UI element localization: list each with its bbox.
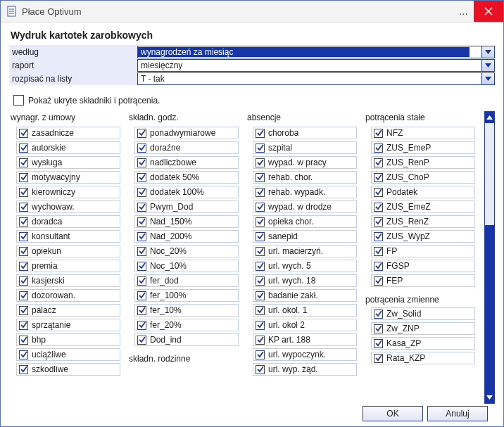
list-item: Pwym_Dod <box>134 200 239 213</box>
checkbox[interactable] <box>19 321 28 330</box>
checkbox[interactable] <box>374 144 383 153</box>
checkbox[interactable] <box>137 129 146 138</box>
checkbox[interactable] <box>19 173 28 182</box>
checkbox[interactable] <box>19 129 28 138</box>
checkbox[interactable] <box>137 203 146 212</box>
checkbox[interactable] <box>137 321 146 330</box>
checkbox[interactable] <box>256 306 265 315</box>
list-item-label: ZUS_EmeP <box>386 143 431 153</box>
checkbox[interactable] <box>137 158 146 167</box>
checkbox[interactable] <box>19 262 28 271</box>
checkbox[interactable] <box>19 158 28 167</box>
checkbox[interactable] <box>256 203 265 212</box>
checkbox[interactable] <box>374 262 383 271</box>
checkbox[interactable] <box>19 217 28 227</box>
vertical-scrollbar[interactable] <box>484 111 495 404</box>
checkbox[interactable] <box>256 336 265 345</box>
checkbox[interactable] <box>256 276 265 286</box>
checkbox[interactable] <box>256 144 265 153</box>
checkbox[interactable] <box>374 324 383 333</box>
checkbox[interactable] <box>374 339 383 348</box>
list-item: FP <box>371 245 475 257</box>
checkbox[interactable] <box>374 217 383 227</box>
checkbox[interactable] <box>256 365 265 374</box>
checkbox[interactable] <box>19 336 28 345</box>
chevron-down-icon[interactable] <box>481 60 494 71</box>
checkbox[interactable] <box>137 336 146 345</box>
ok-button[interactable]: OK <box>363 406 423 421</box>
checkbox[interactable] <box>19 365 28 374</box>
checkbox[interactable] <box>374 354 383 363</box>
list-item: kierowniczy <box>16 186 120 198</box>
checkbox[interactable] <box>374 247 383 256</box>
checkbox[interactable] <box>374 310 383 319</box>
checkbox[interactable] <box>256 291 265 300</box>
checkbox[interactable] <box>374 188 383 197</box>
checkbox[interactable] <box>137 217 146 227</box>
checkbox[interactable] <box>256 173 265 182</box>
window-menu-icon[interactable]: ... <box>453 6 474 16</box>
checkbox[interactable] <box>19 188 28 197</box>
checkbox[interactable] <box>137 262 146 271</box>
list-item-label: NFZ <box>386 128 403 138</box>
checkbox[interactable] <box>256 247 265 256</box>
checkbox[interactable] <box>137 306 146 315</box>
checkbox[interactable] <box>19 232 28 241</box>
chevron-down-icon[interactable] <box>481 46 494 58</box>
checkbox[interactable] <box>137 188 146 197</box>
list-item-label: url. okol 2 <box>268 320 305 330</box>
checkbox[interactable] <box>256 188 265 197</box>
checkbox[interactable] <box>137 291 146 300</box>
list-item: Nad_200% <box>134 230 239 243</box>
show-hidden-checkbox[interactable] <box>13 95 24 106</box>
checkbox[interactable] <box>19 144 28 153</box>
checkbox[interactable] <box>19 203 28 212</box>
checkbox[interactable] <box>19 291 28 300</box>
checkbox[interactable] <box>137 232 146 241</box>
scroll-track[interactable] <box>485 123 494 392</box>
window-close-button[interactable] <box>474 1 503 22</box>
scroll-down-arrow-icon[interactable] <box>485 392 494 403</box>
checkbox[interactable] <box>256 321 265 330</box>
checkbox[interactable] <box>137 276 146 286</box>
list-item: url. wych. 18 <box>253 274 357 287</box>
list-item: rehab. wypadk. <box>253 186 357 198</box>
checkbox[interactable] <box>256 217 265 227</box>
cancel-button[interactable]: Anuluj <box>427 406 488 421</box>
checkbox[interactable] <box>137 173 146 182</box>
list-item: palacz <box>16 304 120 317</box>
checkbox[interactable] <box>19 276 28 286</box>
checkbox[interactable] <box>374 203 383 212</box>
list-item: Zw_Solid <box>371 307 475 320</box>
list-item: wypad. w pracy <box>253 156 357 169</box>
checkbox[interactable] <box>374 158 383 167</box>
checkbox[interactable] <box>374 232 383 241</box>
list-item: dodatek 100% <box>134 186 239 198</box>
combo-raport[interactable]: miesięczny <box>137 59 495 72</box>
list-item: szpital <box>253 141 357 154</box>
combo-clear-icon[interactable] <box>470 46 481 58</box>
checkbox[interactable] <box>374 276 383 286</box>
list-item: dozorowan. <box>16 289 120 302</box>
checkbox[interactable] <box>374 173 383 182</box>
checkbox[interactable] <box>19 247 28 256</box>
checkbox[interactable] <box>256 158 265 167</box>
list-item-label: fer_20% <box>150 320 182 330</box>
checkbox[interactable] <box>256 129 265 138</box>
checkbox[interactable] <box>19 306 28 315</box>
checkbox[interactable] <box>256 262 265 271</box>
checkbox[interactable] <box>256 232 265 241</box>
combo-listy[interactable]: T - tak <box>137 72 495 85</box>
scroll-thumb[interactable] <box>485 225 494 392</box>
scroll-up-arrow-icon[interactable] <box>485 112 494 123</box>
combo-wedlug[interactable]: wynagrodzeń za miesiąc <box>137 46 495 58</box>
list-item: uciążliwe <box>16 348 120 361</box>
checkbox[interactable] <box>137 247 146 256</box>
chevron-down-icon[interactable] <box>481 73 494 84</box>
list-item-label: ZUS_ChoP <box>386 172 429 182</box>
checkbox[interactable] <box>19 350 28 359</box>
checkbox[interactable] <box>374 129 383 138</box>
checkbox[interactable] <box>256 350 265 359</box>
checkbox[interactable] <box>137 144 146 153</box>
list-item-label: doradca <box>32 217 62 227</box>
